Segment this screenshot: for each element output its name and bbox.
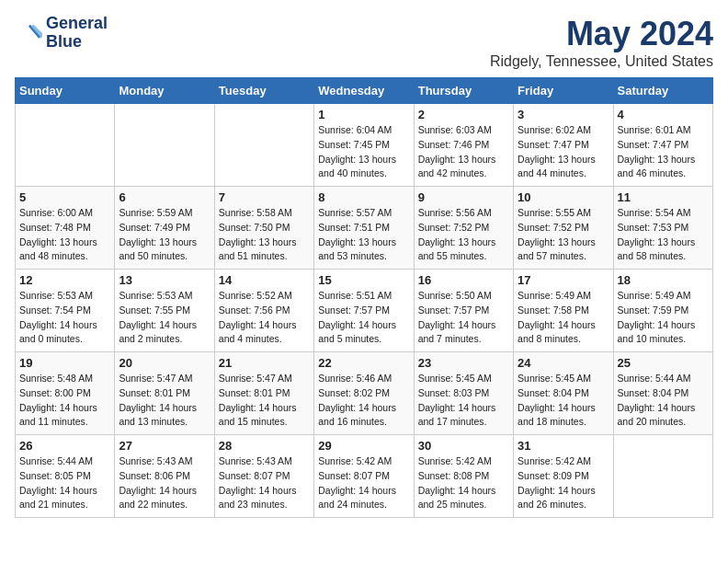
day-info: Sunrise: 5:47 AMSunset: 8:01 PMDaylight:… [219,372,310,430]
day-number: 3 [518,108,609,121]
day-number: 8 [318,190,409,204]
day-info: Sunrise: 5:47 AMSunset: 8:01 PMDaylight:… [119,372,210,430]
header: General Blue May 2024 Ridgely, Tennessee… [15,15,713,70]
week-row-5: 26Sunrise: 5:44 AMSunset: 8:05 PMDayligh… [16,435,713,518]
day-number: 6 [119,190,210,204]
day-cell: 6Sunrise: 5:59 AMSunset: 7:49 PMDaylight… [115,187,214,270]
day-header-wednesday: Wednesday [314,78,414,104]
day-cell: 23Sunrise: 5:45 AMSunset: 8:03 PMDayligh… [414,352,513,435]
day-cell: 1Sunrise: 6:04 AMSunset: 7:45 PMDaylight… [314,104,414,187]
day-header-saturday: Saturday [613,78,712,104]
day-number: 4 [618,108,709,121]
day-number: 21 [219,356,310,370]
day-info: Sunrise: 5:44 AMSunset: 8:04 PMDaylight:… [618,372,709,430]
day-cell [16,104,115,187]
day-cell: 22Sunrise: 5:46 AMSunset: 8:02 PMDayligh… [314,352,414,435]
calendar-title: May 2024 [490,15,713,53]
day-info: Sunrise: 5:42 AMSunset: 8:07 PMDaylight:… [318,454,409,512]
day-number: 15 [318,273,409,287]
week-row-4: 19Sunrise: 5:48 AMSunset: 8:00 PMDayligh… [16,352,713,435]
logo-text: General Blue [46,15,108,52]
calendar-table: SundayMondayTuesdayWednesdayThursdayFrid… [15,77,713,518]
day-info: Sunrise: 5:45 AMSunset: 8:04 PMDaylight:… [518,372,609,430]
day-number: 22 [318,356,409,370]
day-info: Sunrise: 5:42 AMSunset: 8:09 PMDaylight:… [518,454,609,512]
day-cell: 31Sunrise: 5:42 AMSunset: 8:09 PMDayligh… [514,435,613,518]
day-cell: 29Sunrise: 5:42 AMSunset: 8:07 PMDayligh… [314,435,414,518]
day-info: Sunrise: 5:54 AMSunset: 7:53 PMDaylight:… [618,206,709,264]
day-cell: 12Sunrise: 5:53 AMSunset: 7:54 PMDayligh… [16,270,115,352]
day-header-tuesday: Tuesday [214,78,313,104]
day-number: 14 [219,273,310,287]
day-number: 30 [418,439,509,453]
day-header-thursday: Thursday [414,78,513,104]
logo-icon [15,19,42,47]
day-number: 27 [119,439,210,453]
day-info: Sunrise: 6:01 AMSunset: 7:47 PMDaylight:… [618,123,709,181]
day-number: 13 [119,273,210,287]
week-row-2: 5Sunrise: 6:00 AMSunset: 7:48 PMDaylight… [16,187,713,270]
day-info: Sunrise: 5:49 AMSunset: 7:58 PMDaylight:… [518,289,609,347]
day-cell: 7Sunrise: 5:58 AMSunset: 7:50 PMDaylight… [214,187,313,270]
day-cell: 8Sunrise: 5:57 AMSunset: 7:51 PMDaylight… [314,187,414,270]
day-info: Sunrise: 5:59 AMSunset: 7:49 PMDaylight:… [119,206,210,264]
day-number: 28 [219,439,310,453]
day-info: Sunrise: 5:51 AMSunset: 7:57 PMDaylight:… [318,289,409,347]
week-row-3: 12Sunrise: 5:53 AMSunset: 7:54 PMDayligh… [16,270,713,352]
day-info: Sunrise: 6:03 AMSunset: 7:46 PMDaylight:… [418,123,509,181]
day-info: Sunrise: 5:46 AMSunset: 8:02 PMDaylight:… [318,372,409,430]
day-cell [115,104,214,187]
day-info: Sunrise: 5:58 AMSunset: 7:50 PMDaylight:… [219,206,310,264]
day-cell: 30Sunrise: 5:42 AMSunset: 8:08 PMDayligh… [414,435,513,518]
day-cell: 3Sunrise: 6:02 AMSunset: 7:47 PMDaylight… [514,104,613,187]
day-info: Sunrise: 5:43 AMSunset: 8:06 PMDaylight:… [119,454,210,512]
day-number: 12 [19,273,110,287]
day-cell: 9Sunrise: 5:56 AMSunset: 7:52 PMDaylight… [414,187,513,270]
day-cell: 20Sunrise: 5:47 AMSunset: 8:01 PMDayligh… [115,352,214,435]
day-number: 7 [219,190,310,204]
day-number: 10 [518,190,609,204]
day-number: 23 [418,356,509,370]
day-cell: 16Sunrise: 5:50 AMSunset: 7:57 PMDayligh… [414,270,513,352]
day-cell: 14Sunrise: 5:52 AMSunset: 7:56 PMDayligh… [214,270,313,352]
day-header-monday: Monday [115,78,214,104]
day-info: Sunrise: 5:53 AMSunset: 7:55 PMDaylight:… [119,289,210,347]
day-number: 5 [19,190,110,204]
day-cell: 4Sunrise: 6:01 AMSunset: 7:47 PMDaylight… [613,104,712,187]
day-info: Sunrise: 5:50 AMSunset: 7:57 PMDaylight:… [418,289,509,347]
day-cell: 2Sunrise: 6:03 AMSunset: 7:46 PMDaylight… [414,104,513,187]
day-cell: 28Sunrise: 5:43 AMSunset: 8:07 PMDayligh… [214,435,313,518]
day-info: Sunrise: 5:56 AMSunset: 7:52 PMDaylight:… [418,206,509,264]
day-number: 1 [318,108,409,121]
day-cell: 13Sunrise: 5:53 AMSunset: 7:55 PMDayligh… [115,270,214,352]
day-cell [214,104,313,187]
day-info: Sunrise: 5:49 AMSunset: 7:59 PMDaylight:… [618,289,709,347]
calendar-subtitle: Ridgely, Tennessee, United States [490,53,713,70]
day-info: Sunrise: 5:57 AMSunset: 7:51 PMDaylight:… [318,206,409,264]
day-info: Sunrise: 5:55 AMSunset: 7:52 PMDaylight:… [518,206,609,264]
day-number: 19 [19,356,110,370]
day-number: 20 [119,356,210,370]
day-info: Sunrise: 5:53 AMSunset: 7:54 PMDaylight:… [19,289,110,347]
day-number: 11 [618,190,709,204]
day-cell: 27Sunrise: 5:43 AMSunset: 8:06 PMDayligh… [115,435,214,518]
day-number: 18 [618,273,709,287]
day-number: 16 [418,273,509,287]
day-cell: 10Sunrise: 5:55 AMSunset: 7:52 PMDayligh… [514,187,613,270]
day-number: 26 [19,439,110,453]
day-info: Sunrise: 5:43 AMSunset: 8:07 PMDaylight:… [219,454,310,512]
title-area: May 2024 Ridgely, Tennessee, United Stat… [490,15,713,70]
day-cell: 24Sunrise: 5:45 AMSunset: 8:04 PMDayligh… [514,352,613,435]
day-cell: 18Sunrise: 5:49 AMSunset: 7:59 PMDayligh… [613,270,712,352]
day-header-sunday: Sunday [16,78,115,104]
day-number: 2 [418,108,509,121]
day-number: 9 [418,190,509,204]
day-cell: 21Sunrise: 5:47 AMSunset: 8:01 PMDayligh… [214,352,313,435]
day-header-friday: Friday [514,78,613,104]
day-cell: 5Sunrise: 6:00 AMSunset: 7:48 PMDaylight… [16,187,115,270]
day-cell: 15Sunrise: 5:51 AMSunset: 7:57 PMDayligh… [314,270,414,352]
day-cell [613,435,712,518]
day-number: 31 [518,439,609,453]
day-number: 25 [618,356,709,370]
day-info: Sunrise: 5:45 AMSunset: 8:03 PMDaylight:… [418,372,509,430]
